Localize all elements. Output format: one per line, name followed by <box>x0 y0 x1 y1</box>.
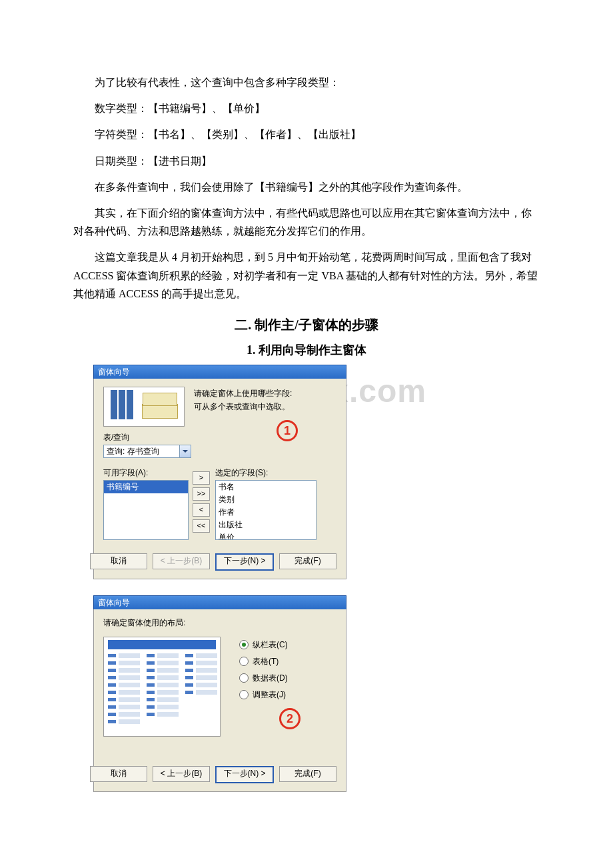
paragraph: 数字类型：【书籍编号】、【单价】 <box>73 99 540 117</box>
wizard-instruction: 请确定窗体使用的布局: <box>103 617 336 629</box>
list-item[interactable]: 单价 <box>216 531 316 540</box>
dialog-titlebar: 窗体向导 <box>93 365 346 379</box>
radio-tabular[interactable]: 表格(T) <box>239 656 288 667</box>
wizard-instruction: 请确定窗体上使用哪些字段: <box>194 387 292 400</box>
combobox-value: 查询: 存书查询 <box>104 445 179 457</box>
next-button[interactable]: 下一步(N) > <box>215 766 274 783</box>
radio-datasheet[interactable]: 数据表(D) <box>239 673 288 684</box>
radio-dot-icon <box>239 657 249 666</box>
radio-dot-icon <box>239 673 249 683</box>
layout-preview <box>103 637 221 737</box>
radio-dot-icon <box>239 640 249 649</box>
chevron-down-icon[interactable] <box>179 445 191 457</box>
dialog-titlebar: 窗体向导 <box>93 595 346 609</box>
next-button[interactable]: 下一步(N) > <box>215 553 274 571</box>
finish-button[interactable]: 完成(F) <box>279 553 336 569</box>
finish-button[interactable]: 完成(F) <box>279 766 336 782</box>
radio-label: 数据表(D) <box>253 673 288 684</box>
radio-label: 纵栏表(C) <box>253 639 288 651</box>
heading-section: 二. 制作主/子窗体的步骤 <box>73 316 540 334</box>
cancel-button[interactable]: 取消 <box>90 553 147 569</box>
table-query-combobox[interactable]: 查询: 存书查询 <box>103 445 191 458</box>
list-item[interactable]: 类别 <box>216 493 316 506</box>
back-button[interactable]: < 上一步(B) <box>153 766 210 782</box>
paragraph: 在多条件查询中，我们会使用除了【书籍编号】之外的其他字段作为查询条件。 <box>73 178 540 196</box>
selected-fields-label: 选定的字段(S): <box>215 467 315 479</box>
annotation-badge-2: 2 <box>279 708 301 729</box>
paragraph: 这篇文章我是从 4 月初开始构思，到 5 月中旬开始动笔，花费两周时间写成，里面… <box>73 248 540 303</box>
list-item[interactable]: 书名 <box>216 481 316 493</box>
list-item[interactable]: 书籍编号 <box>104 481 188 493</box>
paragraph: 其实，在下面介绍的窗体查询方法中，有些代码或思路也可以应用在其它窗体查询方法中，… <box>73 204 540 240</box>
move-all-right-button[interactable]: >> <box>193 487 210 501</box>
radio-columnar[interactable]: 纵栏表(C) <box>239 639 288 651</box>
form-wizard-fields-dialog: 窗体向导 请确定窗体上使用哪些字段: 可从多个表或查询中选取。 1 表/查询 查… <box>93 365 346 579</box>
available-fields-label: 可用字段(A): <box>103 467 187 479</box>
list-item[interactable]: 作者 <box>216 506 316 519</box>
move-left-button[interactable]: < <box>193 503 210 517</box>
paragraph: 为了比较有代表性，这个查询中包含多种字段类型： <box>73 73 540 91</box>
radio-label: 调整表(J) <box>253 689 286 701</box>
available-fields-list[interactable]: 书籍编号 <box>103 480 189 540</box>
layout-radio-group: 纵栏表(C) 表格(T) 数据表(D) 调整表(J) <box>239 639 288 701</box>
paragraph: 日期类型：【进书日期】 <box>73 152 540 170</box>
list-item[interactable]: 出版社 <box>216 519 316 531</box>
wizard-instruction: 可从多个表或查询中选取。 <box>194 400 292 413</box>
selected-fields-list[interactable]: 书名 类别 作者 出版社 单价 进书日期 <box>215 480 316 540</box>
back-button[interactable]: < 上一步(B) <box>153 553 210 569</box>
form-wizard-layout-dialog: 窗体向导 请确定窗体使用的布局: 纵栏表 <box>93 595 346 792</box>
move-right-button[interactable]: > <box>193 471 210 485</box>
table-query-label: 表/查询 <box>103 432 336 443</box>
radio-dot-icon <box>239 690 249 699</box>
document-page: 为了比较有代表性，这个查询中包含多种字段类型： 数字类型：【书籍编号】、【单价】… <box>0 0 613 835</box>
cancel-button[interactable]: 取消 <box>90 766 147 782</box>
dialog-body: 请确定窗体使用的布局: 纵栏表(C) 表格(T) <box>93 609 346 792</box>
move-all-left-button[interactable]: << <box>193 519 210 533</box>
radio-justified[interactable]: 调整表(J) <box>239 689 288 701</box>
heading-subsection: 1. 利用向导制作主窗体 <box>73 342 540 358</box>
wizard-illustration-icon <box>103 387 185 427</box>
dialog-body: 请确定窗体上使用哪些字段: 可从多个表或查询中选取。 1 表/查询 查询: 存书… <box>93 379 346 579</box>
paragraph: 字符类型：【书名】、【类别】、【作者】、【出版社】 <box>73 125 540 143</box>
radio-label: 表格(T) <box>253 656 279 667</box>
annotation-badge-1: 1 <box>277 420 298 441</box>
